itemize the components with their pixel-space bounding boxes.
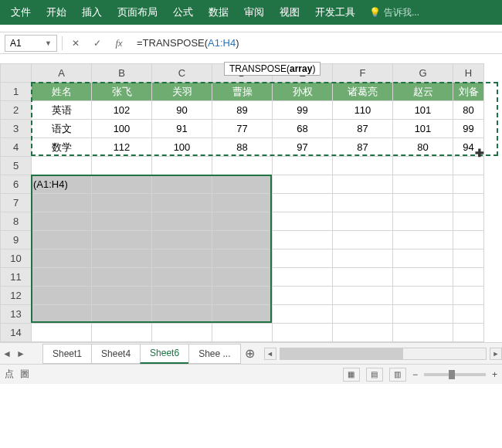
cell[interactable] — [32, 194, 92, 212]
cell[interactable]: 99 — [453, 120, 484, 138]
cell[interactable] — [152, 212, 212, 231]
tab-home[interactable]: 开始 — [39, 0, 74, 25]
cell[interactable] — [32, 268, 92, 287]
cell[interactable] — [333, 249, 393, 268]
cell[interactable]: 语文 — [32, 120, 92, 138]
cell[interactable] — [453, 175, 484, 194]
cell[interactable]: 102 — [92, 101, 152, 120]
row-header[interactable]: 2 — [1, 101, 32, 120]
row-header[interactable]: 13 — [1, 305, 32, 324]
cell[interactable]: 77 — [212, 120, 273, 138]
sheet-tab[interactable]: Shee ... — [188, 344, 240, 364]
name-box[interactable]: A1 ▼ — [5, 35, 57, 52]
cell[interactable]: 99 — [273, 101, 333, 120]
cell[interactable] — [453, 157, 484, 175]
cell[interactable] — [32, 305, 92, 324]
cell[interactable] — [453, 268, 484, 287]
cell[interactable] — [212, 157, 273, 175]
cell[interactable] — [273, 305, 333, 324]
cell[interactable] — [212, 249, 273, 268]
cell[interactable] — [212, 212, 273, 231]
cell[interactable] — [273, 324, 333, 342]
fx-icon[interactable]: fx — [110, 35, 127, 52]
cell[interactable] — [212, 175, 273, 194]
cell[interactable] — [333, 305, 393, 324]
cell[interactable] — [273, 157, 333, 175]
tab-data[interactable]: 数据 — [201, 0, 236, 25]
cell[interactable] — [152, 324, 212, 342]
cell[interactable]: 68 — [273, 120, 333, 138]
cell[interactable] — [212, 287, 273, 305]
sheet-nav-next[interactable]: ► — [14, 348, 28, 359]
cell[interactable] — [393, 324, 453, 342]
cell[interactable]: 赵云 — [393, 83, 453, 101]
cell[interactable] — [92, 157, 152, 175]
col-header[interactable]: H — [453, 64, 484, 83]
cell[interactable]: 89 — [212, 101, 273, 120]
tab-view[interactable]: 视图 — [272, 0, 307, 25]
cell[interactable] — [152, 175, 212, 194]
cell[interactable] — [212, 324, 273, 342]
cell[interactable] — [92, 305, 152, 324]
cell[interactable] — [212, 194, 273, 212]
cell[interactable]: 101 — [393, 101, 453, 120]
view-normal-button[interactable]: ▦ — [343, 368, 360, 382]
tell-me[interactable]: 💡 告诉我... — [369, 6, 419, 19]
cell[interactable] — [453, 324, 484, 342]
cell[interactable]: 101 — [393, 120, 453, 138]
cell[interactable] — [152, 157, 212, 175]
add-sheet-button[interactable]: ⊕ — [241, 346, 259, 361]
cell[interactable]: 87 — [333, 120, 393, 138]
row-header[interactable]: 12 — [1, 287, 32, 305]
cell[interactable]: 孙权 — [273, 83, 333, 101]
cell[interactable]: 关羽 — [152, 83, 212, 101]
cell[interactable] — [393, 157, 453, 175]
cell[interactable] — [92, 212, 152, 231]
cell[interactable] — [92, 287, 152, 305]
hscroll-left[interactable]: ◄ — [264, 348, 276, 360]
cell[interactable] — [92, 268, 152, 287]
sheet-nav-prev[interactable]: ◄ — [0, 348, 14, 359]
cell[interactable] — [273, 249, 333, 268]
zoom-out-button[interactable]: − — [412, 369, 418, 380]
col-header[interactable]: G — [393, 64, 453, 83]
cell[interactable] — [152, 305, 212, 324]
row-header[interactable]: 6 — [1, 175, 32, 194]
col-header[interactable]: C — [152, 64, 212, 83]
row-header[interactable]: 8 — [1, 212, 32, 231]
hscroll-thumb[interactable] — [280, 348, 404, 359]
cell[interactable] — [393, 305, 453, 324]
cell[interactable] — [92, 231, 152, 249]
zoom-in-button[interactable]: + — [492, 369, 497, 380]
accept-formula-button[interactable]: ✓ — [89, 35, 106, 52]
cell[interactable] — [92, 249, 152, 268]
cell[interactable] — [273, 287, 333, 305]
cell[interactable]: 91 — [152, 120, 212, 138]
cell[interactable] — [333, 324, 393, 342]
cell[interactable]: 曹操 — [212, 83, 273, 101]
cell[interactable]: 87 — [333, 138, 393, 157]
cell[interactable]: 姓名 — [32, 83, 92, 101]
cell[interactable]: 刘备 — [453, 83, 484, 101]
cell[interactable] — [152, 268, 212, 287]
formula-input[interactable]: =TRANSPOSE(A1:H4) — [132, 37, 497, 49]
cell-active[interactable]: (A1:H4) — [32, 175, 92, 194]
cell[interactable] — [453, 249, 484, 268]
tab-review[interactable]: 审阅 — [236, 0, 272, 25]
tab-developer[interactable]: 开发工具 — [307, 0, 363, 25]
view-page-layout-button[interactable]: ▤ — [366, 368, 383, 382]
cell[interactable] — [453, 231, 484, 249]
cell[interactable]: 90 — [152, 101, 212, 120]
cell[interactable]: 80 — [393, 138, 453, 157]
cell[interactable] — [333, 268, 393, 287]
zoom-slider[interactable] — [424, 373, 486, 376]
cell[interactable] — [453, 212, 484, 231]
tab-page-layout[interactable]: 页面布局 — [110, 0, 165, 25]
cell[interactable]: 英语 — [32, 101, 92, 120]
cell[interactable]: 数学 — [32, 138, 92, 157]
cancel-formula-button[interactable]: ✕ — [67, 35, 84, 52]
cell[interactable]: 张飞 — [92, 83, 152, 101]
tab-formulas[interactable]: 公式 — [165, 0, 201, 25]
cell[interactable] — [152, 231, 212, 249]
cell[interactable] — [152, 287, 212, 305]
